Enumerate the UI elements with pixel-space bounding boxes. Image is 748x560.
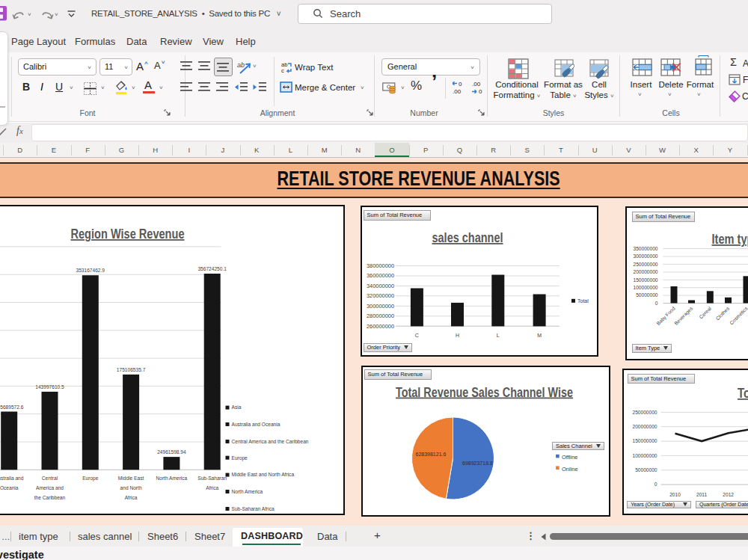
svg-text:Clothes: Clothes [714,305,730,321]
svg-text:0: 0 [459,81,462,87]
svg-text:Australia and: Australia and [0,476,24,481]
svg-text:Item type: Item type [712,232,748,247]
svg-text:Oceania: Oceania [0,485,19,490]
svg-text:Total: Total [577,298,589,304]
svg-text:360000000: 360000000 [367,272,394,279]
svg-text:.00: .00 [453,88,462,95]
svg-text:150000000: 150000000 [633,277,657,283]
svg-text:380000000: 380000000 [367,262,394,269]
svg-text:Cosmetics: Cosmetics [729,305,748,325]
svg-text:C: C [414,333,418,338]
svg-text:Middle East: Middle East [118,476,144,481]
svg-text:Africa: Africa [206,485,218,490]
svg-text:200000000: 200000000 [632,424,657,429]
svg-text:North America: North America [156,476,188,481]
svg-text:100000000: 100000000 [632,453,657,458]
svg-text:Middle East and North Africa: Middle East and North Africa [232,472,295,477]
svg-text:Total Revenue Sales Channel Wi: Total Revenue Sales Channel Wise [396,385,573,400]
svg-text:America and: America and [36,485,64,490]
svg-text:Europe: Europe [82,476,99,481]
svg-text:2012: 2012 [723,492,734,497]
svg-text:320000000: 320000000 [367,292,394,299]
svg-text:Total Re: Total Re [738,386,748,401]
svg-text:350000000: 350000000 [633,246,657,251]
svg-text:698923718.8: 698923718.8 [462,461,493,466]
svg-text:0: 0 [654,481,657,487]
svg-text:North America: North America [232,489,263,494]
svg-text:.00: .00 [472,81,481,87]
svg-text:2010: 2010 [669,492,681,497]
svg-text:143997610.5: 143997610.5 [35,384,64,390]
svg-text:50000000: 50000000 [635,467,657,473]
svg-text:200000000: 200000000 [633,269,657,274]
svg-text:the Caribbean: the Caribbean [34,495,66,500]
svg-text:628398121.6: 628398121.6 [416,452,447,457]
svg-text:ab: ab [237,61,245,69]
svg-text:150000000: 150000000 [632,438,657,443]
svg-text:260000000: 260000000 [367,323,394,330]
svg-text:2011: 2011 [696,492,708,497]
svg-text:Asia: Asia [232,404,242,410]
svg-text:and North: and North [120,485,142,490]
svg-text:Online: Online [562,466,578,473]
svg-text:c: c [281,67,284,73]
svg-text:50000000: 50000000 [636,292,658,298]
svg-text:sales channel: sales channel [432,230,503,245]
svg-text:356724250.1: 356724250.1 [197,266,227,271]
svg-text:Cereal: Cereal [698,305,712,319]
svg-text:Europe: Europe [232,455,248,461]
svg-text:M: M [537,333,542,338]
svg-text:300000000: 300000000 [367,303,394,310]
svg-text:280000000: 280000000 [367,313,394,319]
svg-text:24961598.94: 24961598.94 [157,449,186,455]
svg-text:353167462.9: 353167462.9 [76,268,105,273]
svg-text:Central America and the Caribb: Central America and the Caribbean [232,439,309,444]
svg-text:0: 0 [479,88,482,95]
svg-text:300000000: 300000000 [633,253,657,259]
svg-text:250000000: 250000000 [633,262,657,267]
svg-text:105689572.6: 105689572.6 [0,404,24,410]
svg-text:Beverages: Beverages [673,305,694,326]
svg-text:0: 0 [655,301,658,306]
svg-text:Australia and Oceania: Australia and Oceania [232,422,280,427]
svg-text:Offline: Offline [562,454,578,461]
svg-text:Region Wise Revenue: Region Wise Revenue [71,227,185,241]
svg-text:250000000: 250000000 [632,410,657,415]
svg-text:Central: Central [42,476,58,481]
svg-text:Sub-Saharan: Sub-Saharan [197,476,227,481]
svg-text:Africa: Africa [125,495,138,500]
svg-text:175106535.7: 175106535.7 [117,367,146,372]
svg-text:Sub-Saharan Africa: Sub-Saharan Africa [232,506,275,511]
svg-text:100000000: 100000000 [633,285,657,290]
svg-text:L: L [496,333,499,338]
svg-text:H: H [455,333,459,338]
svg-text:340000000: 340000000 [367,283,394,289]
